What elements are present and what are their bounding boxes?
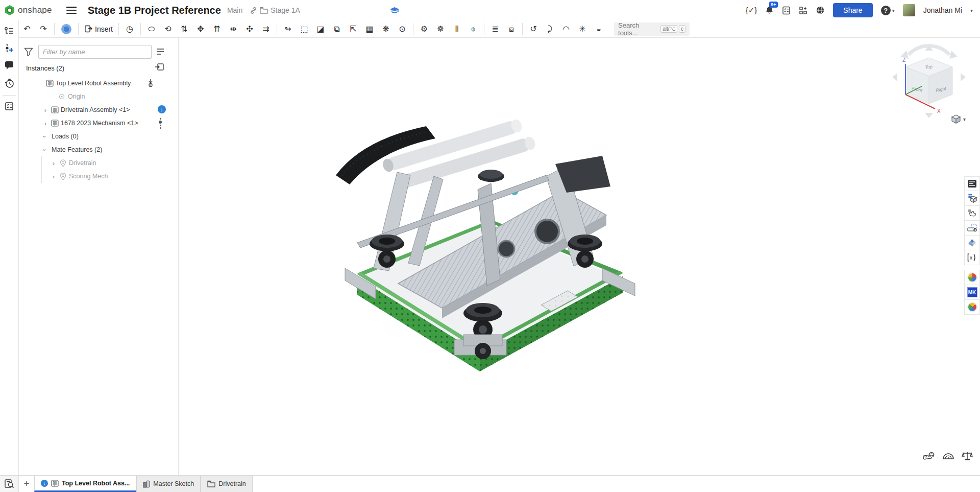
screw-relation-icon[interactable]: ⌽ xyxy=(467,22,480,36)
expand-chevron-icon[interactable]: › xyxy=(42,106,48,114)
turn-view-icon[interactable]: ◠ xyxy=(559,22,573,36)
add-tab-button[interactable]: + xyxy=(19,476,34,492)
variable-studio-icon[interactable]: x xyxy=(964,250,980,265)
user-avatar[interactable] xyxy=(903,4,915,16)
tab-manager-button[interactable] xyxy=(0,476,19,492)
fixed-indicator-icon[interactable] xyxy=(148,79,154,87)
measure-tape-icon[interactable] xyxy=(923,451,935,461)
parallel-mate-icon[interactable]: ⇉ xyxy=(259,22,273,36)
breadcrumb[interactable]: Stage 1A xyxy=(250,6,300,14)
tree-row-mate-drivetrain[interactable]: › Drivetrain xyxy=(19,156,178,170)
tree-row-1678-mechanism[interactable]: › 1678 2023 Mechanism <1> xyxy=(19,116,178,130)
display-mode-button[interactable]: ▾ xyxy=(951,114,966,124)
user-name[interactable]: Jonathan Mi xyxy=(923,6,962,14)
insert-button[interactable]: Insert xyxy=(81,23,116,35)
tab-top-level-robot-assembly[interactable]: ↓ Top Level Robot Ass... xyxy=(34,476,136,492)
tree-row-origin[interactable]: Origin xyxy=(19,90,178,103)
rotate-left-arrow[interactable] xyxy=(892,73,897,81)
version-dots-icon[interactable] xyxy=(159,118,162,129)
workspace-name[interactable]: Main xyxy=(227,6,242,14)
marquee-select-icon[interactable]: ⬚ xyxy=(298,22,311,36)
mate-icon[interactable]: ◷ xyxy=(123,22,136,36)
list-options-icon[interactable] xyxy=(156,48,165,56)
slider-mate-icon[interactable]: ⇅ xyxy=(178,22,191,36)
app-color-wheel-icon[interactable] xyxy=(964,270,980,285)
rotate-view-icon[interactable]: ↺ xyxy=(527,22,540,36)
main-menu-icon[interactable] xyxy=(66,7,77,14)
collapse-chevron-icon[interactable]: › xyxy=(41,147,48,153)
ball-mate-icon[interactable]: ✣ xyxy=(243,22,256,36)
section-view-icon[interactable]: ◒ xyxy=(592,22,605,36)
in-context-edit-icon[interactable]: ◪ xyxy=(314,22,327,36)
gear-relation-icon[interactable]: ⚙ xyxy=(418,22,431,36)
expand-chevron-icon[interactable]: › xyxy=(51,159,57,167)
rotate-down-arrow[interactable] xyxy=(925,113,933,118)
update-available-icon[interactable]: ↓ xyxy=(158,105,166,113)
snapshots-icon[interactable] xyxy=(964,206,980,221)
view-cube-body[interactable]: Top Front Right xyxy=(905,58,952,104)
tab-drivetrain[interactable]: Drivetrain xyxy=(201,476,253,492)
search-tools-box[interactable]: Search tools... alt/⌥ c xyxy=(614,22,690,36)
replicate-icon[interactable]: ⧉ xyxy=(330,22,344,36)
transform-icon[interactable]: ⇱ xyxy=(347,22,360,36)
filter-icon[interactable] xyxy=(24,48,33,56)
snapshot-icon[interactable]: ⊙ xyxy=(396,22,409,36)
insert-panel-icon[interactable] xyxy=(155,63,164,71)
bom-panel-icon[interactable] xyxy=(964,176,980,191)
user-menu-caret-icon[interactable]: ▾ xyxy=(970,8,973,13)
release-tasks-icon[interactable] xyxy=(782,6,791,15)
redo-icon[interactable]: ↷ xyxy=(37,22,50,36)
share-button[interactable]: Share xyxy=(833,3,872,17)
explode-view-icon[interactable]: ✳ xyxy=(576,22,589,36)
pin-slot-mate-icon[interactable]: ⇹ xyxy=(227,22,240,36)
named-views-icon[interactable]: ⧈ xyxy=(505,22,518,36)
protractor-icon[interactable] xyxy=(942,451,954,461)
drawing-dimensions-icon[interactable] xyxy=(964,221,980,236)
filter-input[interactable] xyxy=(38,45,152,59)
view-cube-top-label[interactable]: Top xyxy=(925,64,933,70)
tab-master-sketch[interactable]: Master Sketch xyxy=(136,476,201,492)
tree-row-top-level-assembly[interactable]: Top Level Robot Assembly xyxy=(19,77,178,90)
revolute-mate-icon[interactable]: ⟲ xyxy=(161,22,175,36)
tree-row-loads[interactable]: › Loads (0) xyxy=(19,130,178,143)
bill-of-materials-icon[interactable]: ≣ xyxy=(488,22,502,36)
collapse-chevron-icon[interactable]: › xyxy=(41,133,48,139)
belt-relation-icon[interactable]: ⫴ xyxy=(450,22,463,36)
planar-mate-icon[interactable]: ✥ xyxy=(194,22,207,36)
learning-center-icon[interactable] xyxy=(389,7,400,14)
checklist-icon[interactable] xyxy=(3,100,16,113)
circular-pattern-icon[interactable]: ❋ xyxy=(379,22,393,36)
history-icon[interactable] xyxy=(3,77,16,90)
robot-assembly-model[interactable] xyxy=(327,115,786,452)
app-x-wheel-icon[interactable] xyxy=(964,300,980,315)
onshape-logo[interactable]: onshape xyxy=(4,5,52,16)
tangent-mate-icon[interactable]: ↬ xyxy=(281,22,295,36)
rotate-right-arrow[interactable] xyxy=(961,73,966,81)
app-mk-icon[interactable]: MK xyxy=(964,285,980,300)
view-cube[interactable]: Top Front Right Z X xyxy=(888,43,970,120)
mass-properties-icon[interactable] xyxy=(962,451,973,461)
tree-row-mate-features[interactable]: › Mate Features (2) xyxy=(19,143,178,156)
snap-mode-icon[interactable] xyxy=(61,24,71,34)
notifications-bell-icon[interactable]: 9+ xyxy=(765,6,774,15)
fastened-mate-icon[interactable]: ⬭ xyxy=(145,22,158,36)
expand-chevron-icon[interactable]: › xyxy=(42,120,48,127)
tree-row-drivetrain-assembly[interactable]: › Drivetrain Assembly <1> ↓ xyxy=(19,103,178,116)
expand-chevron-icon[interactable]: › xyxy=(51,173,57,180)
mate-add-icon[interactable] xyxy=(3,42,16,55)
tree-row-mate-scoring-mech[interactable]: › Scoring Mech xyxy=(19,170,178,183)
cylindrical-mate-icon[interactable]: ⇈ xyxy=(210,22,224,36)
app-store-icon[interactable] xyxy=(799,6,807,15)
comments-icon[interactable] xyxy=(3,59,16,73)
linear-pattern-icon[interactable]: ▦ xyxy=(363,22,376,36)
help-menu[interactable]: ? ▾ xyxy=(881,6,895,15)
assembly-tree-icon[interactable] xyxy=(3,25,16,38)
community-globe-icon[interactable] xyxy=(816,6,825,15)
rack-pinion-relation-icon[interactable]: ☸ xyxy=(434,22,447,36)
graphics-canvas[interactable]: Top Front Right Z X ▾ xyxy=(179,38,980,475)
app-frames-icon[interactable] xyxy=(964,236,980,250)
orbit-view-icon[interactable]: ⤸ xyxy=(543,22,556,36)
featurescript-icon[interactable]: {✓} xyxy=(746,6,757,15)
exploded-views-icon[interactable] xyxy=(964,191,980,206)
undo-icon[interactable]: ↶ xyxy=(20,22,34,36)
